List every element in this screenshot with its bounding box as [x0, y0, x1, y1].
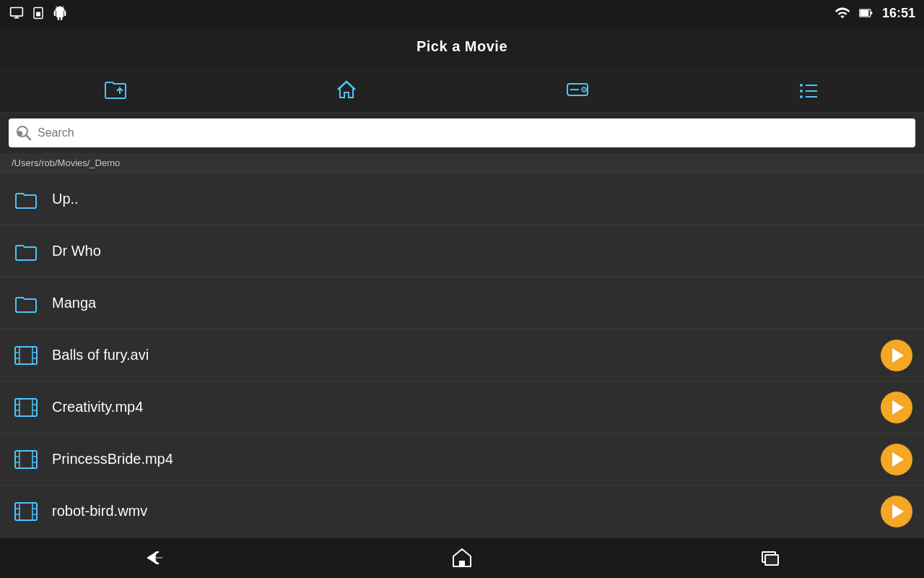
item-name-drwho: Dr Who [52, 243, 912, 259]
svg-rect-4 [36, 12, 40, 17]
folder-up-icon [103, 77, 128, 103]
list-item[interactable]: Balls of fury.avi [0, 329, 924, 381]
list-view-button[interactable] [693, 66, 924, 112]
folder-icon-up [12, 185, 40, 214]
item-name-creativity: Creativity.mp4 [52, 399, 881, 415]
folder-icon-manga [12, 289, 40, 318]
svg-line-20 [26, 135, 30, 139]
home-icon [334, 77, 359, 103]
breadcrumb: /Users/rob/Movies/_Demo [0, 153, 924, 173]
item-name-manga: Manga [52, 295, 912, 311]
storage-icon [565, 77, 590, 103]
list-item[interactable]: robot-bird.wmv [0, 486, 924, 538]
video-icon-balls [12, 341, 40, 370]
search-magnify-icon [16, 125, 32, 141]
screen-icon [9, 5, 25, 21]
play-button-robot[interactable] [881, 496, 912, 527]
back-icon [142, 546, 165, 569]
svg-point-11 [583, 89, 585, 90]
home-nav-button[interactable] [308, 546, 616, 569]
list-item[interactable]: PrincessBride.mp4 [0, 434, 924, 486]
svg-point-14 [800, 90, 803, 92]
wifi-icon [834, 5, 850, 21]
breadcrumb-path: /Users/rob/Movies/_Demo [12, 158, 120, 168]
list-item[interactable]: Dr Who [0, 225, 924, 277]
svg-rect-35 [15, 451, 37, 468]
svg-point-13 [800, 84, 803, 87]
svg-point-15 [800, 95, 803, 98]
list-item[interactable]: Creativity.mp4 [0, 381, 924, 434]
battery-icon [856, 6, 876, 20]
svg-rect-49 [459, 561, 465, 566]
home-nav-icon [450, 546, 474, 569]
play-button-balls[interactable] [881, 340, 912, 371]
page-title: Pick a Movie [417, 38, 507, 55]
svg-rect-6 [860, 10, 869, 16]
status-right-icons: 16:51 [834, 5, 915, 21]
list-icon [796, 77, 821, 103]
folder-icon-drwho [12, 237, 40, 266]
sim-icon [30, 5, 46, 21]
svg-rect-28 [15, 399, 37, 416]
svg-rect-51 [765, 555, 778, 565]
list-item[interactable]: Up.. [0, 173, 924, 225]
back-button[interactable] [0, 546, 308, 569]
item-name-robot: robot-bird.wmv [52, 503, 881, 519]
status-bar: 16:51 [0, 0, 924, 26]
video-icon-princess [12, 445, 40, 474]
home-button[interactable] [231, 66, 462, 112]
svg-rect-21 [15, 347, 37, 364]
storage-button[interactable] [462, 66, 693, 112]
svg-rect-42 [15, 503, 37, 520]
title-bar: Pick a Movie [0, 26, 924, 66]
file-list: Up.. Dr Who Manga [0, 173, 924, 538]
recents-icon [759, 546, 782, 569]
toolbar [0, 66, 924, 113]
time-display: 16:51 [882, 6, 915, 21]
play-button-creativity[interactable] [881, 392, 912, 423]
item-name-balls: Balls of fury.avi [52, 347, 881, 363]
search-input[interactable] [9, 118, 915, 147]
recents-button[interactable] [616, 546, 924, 569]
item-name-up: Up.. [52, 191, 912, 207]
svg-rect-7 [871, 12, 873, 14]
play-button-princess[interactable] [881, 444, 912, 475]
list-item[interactable]: Manga [0, 277, 924, 329]
video-icon-creativity [12, 393, 40, 422]
item-name-princess: PrincessBride.mp4 [52, 451, 881, 467]
svg-rect-0 [11, 8, 23, 17]
status-left-icons [9, 5, 68, 21]
android-icon [52, 5, 68, 21]
folder-up-button[interactable] [0, 66, 231, 112]
search-bar: ● [0, 113, 924, 153]
bottom-nav [0, 538, 924, 578]
video-icon-robot [12, 497, 40, 526]
